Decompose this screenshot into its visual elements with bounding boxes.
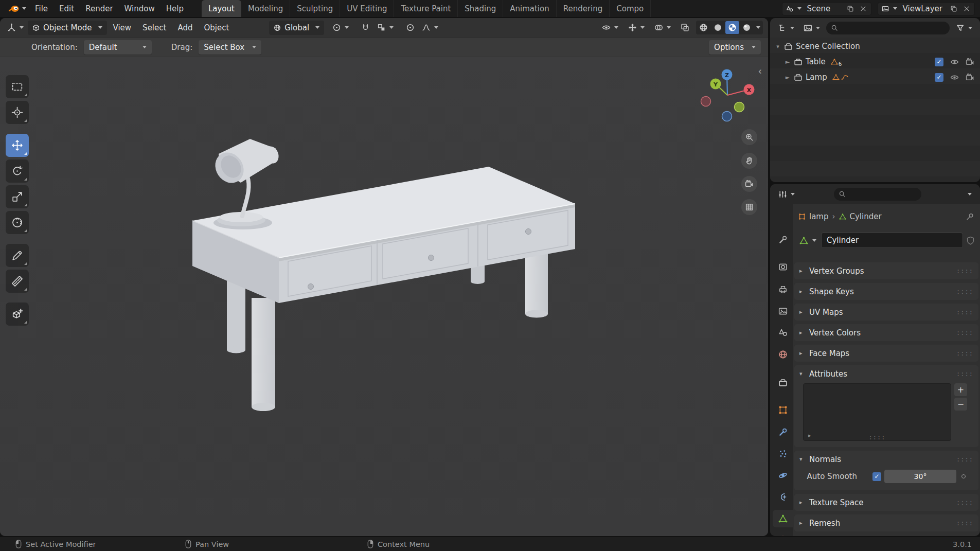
workspace-tab-modeling[interactable]: Modeling (241, 0, 290, 17)
panel-header[interactable]: ▸Vertex Groups:::: (794, 262, 978, 279)
workspace-tab-texture-paint[interactable]: Texture Paint (394, 0, 458, 17)
hide-eye-icon[interactable] (950, 58, 959, 66)
shading-solid-button[interactable] (711, 21, 725, 34)
chevron-down-icon[interactable] (756, 26, 760, 29)
drag-grip[interactable]: :::: (956, 370, 973, 378)
panel-header[interactable]: ▸Texture Space:::: (794, 494, 978, 511)
tab-modifiers[interactable] (773, 423, 793, 441)
auto-smooth-angle-field[interactable]: 30° (884, 470, 956, 483)
tool-rotate[interactable] (6, 159, 29, 183)
editor-type-button[interactable] (775, 188, 798, 201)
tab-constraints[interactable] (773, 488, 793, 506)
outliner-row-lamp[interactable]: ► Lamp ✓ (770, 69, 980, 85)
orientation-setting-dropdown[interactable]: Default (84, 40, 152, 55)
perspective-toggle-button[interactable] (741, 199, 757, 215)
tab-tool[interactable] (773, 231, 793, 248)
display-mode-dropdown[interactable] (800, 22, 823, 34)
panel-header[interactable]: ▾Normals:::: (794, 451, 978, 468)
tab-physics[interactable] (773, 467, 793, 484)
drag-grip[interactable]: :::: (956, 456, 973, 463)
axis-y-neg-ball[interactable] (735, 102, 744, 112)
proportional-editing-toggle[interactable] (403, 21, 418, 34)
3d-scene-desk-and-lamp[interactable] (0, 57, 768, 536)
editor-type-button[interactable] (4, 21, 27, 34)
shading-rendered-button[interactable] (740, 21, 754, 34)
drag-grip[interactable]: :::: (956, 288, 973, 295)
outliner-search-input[interactable] (841, 24, 945, 32)
disclosure-icon[interactable]: ► (785, 59, 791, 65)
overlays-toggle[interactable] (651, 21, 674, 34)
tab-output[interactable] (773, 281, 793, 298)
filter-dropdown[interactable] (953, 22, 975, 34)
menu-add[interactable]: Add (172, 21, 198, 35)
tool-add-cube[interactable] (6, 303, 29, 326)
panel-header[interactable]: ▸Remesh:::: (794, 514, 978, 531)
workspace-tab-sculpting[interactable]: Sculpting (290, 0, 340, 17)
properties-search-field[interactable] (834, 188, 921, 201)
drag-grip[interactable]: :::: (956, 329, 973, 336)
zoom-button[interactable] (741, 129, 757, 145)
drag-grip[interactable]: :::: (956, 268, 973, 275)
add-attribute-button[interactable]: + (954, 383, 967, 396)
animate-decorator-icon[interactable] (961, 474, 966, 478)
auto-smooth-checkbox[interactable]: ✓ (872, 472, 881, 481)
blender-menu-button[interactable] (5, 4, 29, 13)
tool-annotate[interactable] (6, 244, 29, 267)
drag-grip[interactable]: :::: (956, 350, 973, 357)
tool-move[interactable] (6, 134, 29, 157)
tab-material[interactable] (773, 531, 793, 536)
unlink-scene-button[interactable] (858, 3, 869, 14)
xray-toggle[interactable] (678, 21, 692, 34)
workspace-tab-compositing[interactable]: Compo (610, 0, 651, 17)
outliner-row-scene-collection[interactable]: ▾ Scene Collection (770, 39, 980, 54)
transform-orientation-dropdown[interactable]: Global (269, 21, 324, 35)
breadcrumb-object[interactable]: lamp (809, 212, 829, 221)
list-expand-icon[interactable]: ▸ (808, 432, 811, 439)
exclude-checkbox[interactable]: ✓ (935, 58, 943, 66)
snap-toggle[interactable] (358, 21, 373, 34)
exclude-checkbox[interactable]: ✓ (935, 73, 943, 82)
drag-grip[interactable]: :::: (956, 520, 973, 527)
shading-material-preview-button[interactable] (725, 21, 739, 34)
tab-world[interactable] (773, 346, 793, 363)
datablock-name-input[interactable] (822, 236, 963, 245)
tab-collection[interactable] (773, 374, 793, 392)
workspace-tab-rendering[interactable]: Rendering (557, 0, 610, 17)
panel-header[interactable]: ▸Face Maps:::: (794, 345, 978, 362)
render-camera-icon[interactable] (966, 58, 974, 66)
shading-wireframe-button[interactable] (697, 21, 710, 34)
pin-icon[interactable] (966, 212, 974, 221)
breadcrumb-data[interactable]: Cylinder (850, 212, 882, 221)
panel-header[interactable]: ▾Attributes:::: (794, 365, 978, 382)
disclosure-icon[interactable]: ▾ (775, 43, 781, 50)
proportional-falloff-dropdown[interactable] (419, 21, 441, 34)
menu-edit[interactable]: Edit (54, 2, 80, 16)
region-collapse-chevron[interactable]: ‹ (758, 65, 762, 77)
menu-file[interactable]: File (29, 2, 54, 16)
menu-select[interactable]: Select (137, 21, 171, 35)
attributes-list[interactable]: ▸ :::: (803, 383, 951, 441)
datablock-name-field[interactable] (821, 233, 963, 248)
tool-scale[interactable] (6, 185, 29, 208)
tool-measure[interactable] (6, 270, 29, 293)
viewport-canvas[interactable]: Z Y X ‹ (0, 57, 768, 536)
datablock-type-dropdown[interactable] (798, 236, 818, 245)
workspace-tab-animation[interactable]: Animation (503, 0, 556, 17)
hide-eye-icon[interactable] (950, 73, 959, 82)
list-resize-grip[interactable]: :::: (869, 434, 886, 441)
menu-object[interactable]: Object (199, 21, 234, 35)
panel-header[interactable]: ▸UV Maps:::: (794, 304, 978, 321)
camera-view-button[interactable] (741, 176, 757, 192)
remove-viewlayer-button[interactable] (961, 3, 972, 14)
fake-user-shield-icon[interactable] (966, 236, 975, 245)
menu-help[interactable]: Help (161, 2, 189, 16)
workspace-tab-shading[interactable]: Shading (458, 0, 503, 17)
menu-window[interactable]: Window (119, 2, 161, 16)
disclosure-icon[interactable]: ► (785, 74, 791, 81)
panel-header[interactable]: ▸Vertex Colors:::: (794, 324, 978, 341)
tab-view-layer[interactable] (773, 303, 793, 320)
panel-header[interactable]: ▸Shape Keys:::: (794, 283, 978, 300)
tab-object[interactable] (773, 401, 793, 419)
axis-z-neg-ball[interactable] (722, 112, 732, 121)
pivot-point-dropdown[interactable] (329, 21, 352, 34)
